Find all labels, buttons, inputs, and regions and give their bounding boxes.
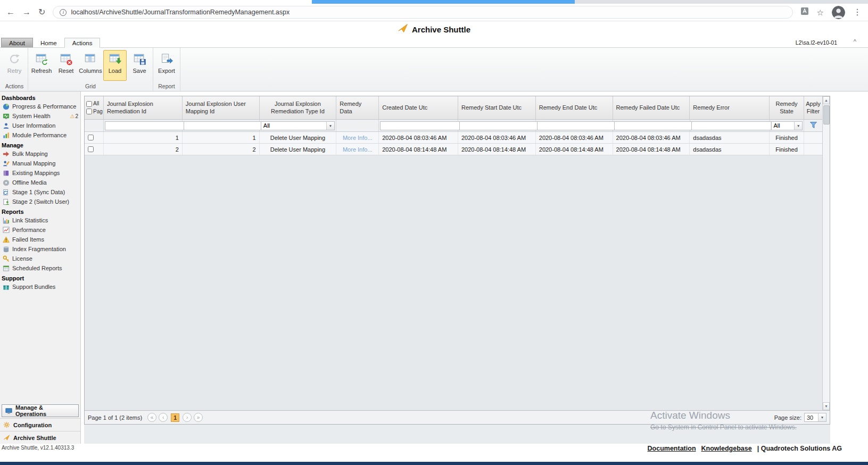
url-bar[interactable]: i localhost/ArchiveShuttle/JournalTransf…: [53, 6, 792, 19]
reload-icon[interactable]: ↻: [38, 8, 45, 16]
nav-button-manage-operations[interactable]: Manage & Operations: [2, 404, 79, 417]
more-info-link[interactable]: More Info...: [343, 135, 373, 141]
filter-state-combo[interactable]: All▼: [771, 121, 803, 130]
refresh-button[interactable]: Refresh: [30, 50, 53, 81]
page-size-combo[interactable]: 30▼: [804, 413, 826, 422]
back-icon[interactable]: ←: [6, 8, 15, 16]
sidebar-item-offline-media[interactable]: Offline Media: [0, 178, 80, 187]
col-header-remediation-id[interactable]: Journal Explosion Remediation Id: [104, 96, 183, 119]
scroll-down-icon[interactable]: ▼: [823, 402, 830, 410]
nav-button-archive-shuttle[interactable]: Archive Shuttle: [0, 431, 80, 444]
dropdown-arrow-icon[interactable]: ▼: [326, 122, 334, 130]
dropdown-arrow-icon[interactable]: ▼: [794, 122, 802, 130]
documentation-link[interactable]: Documentation: [648, 445, 696, 452]
bottom-strip: [0, 462, 868, 465]
pager-first-icon[interactable]: «: [147, 413, 156, 422]
col-header-start-date[interactable]: Remedy Start Date Utc: [458, 96, 536, 119]
col-header-remedy-data[interactable]: Remedy Data: [336, 96, 379, 119]
sidebar-item-manual-mapping[interactable]: Manual Mapping: [0, 159, 80, 168]
pager-last-icon[interactable]: »: [194, 413, 203, 422]
col-header-end-date[interactable]: Remedy End Date Utc: [536, 96, 613, 119]
pager-current-page[interactable]: 1: [171, 413, 179, 422]
retry-icon: [7, 52, 21, 66]
col-header-apply-filter: Apply Filter: [804, 96, 822, 119]
tab-about[interactable]: About: [1, 38, 33, 47]
tab-home[interactable]: Home: [33, 38, 64, 47]
sidebar-item-scheduled-reports[interactable]: Scheduled Reports: [0, 263, 80, 273]
translate-icon[interactable]: [800, 7, 809, 18]
apply-filter-funnel-icon[interactable]: [810, 121, 817, 130]
reset-icon: [59, 52, 73, 66]
more-info-link[interactable]: More Info...: [343, 146, 373, 153]
sidebar-item-label: Index Fragmentation: [12, 246, 66, 252]
filter-remediation-id-input[interactable]: [105, 122, 184, 130]
person-pencil-icon: [3, 160, 10, 167]
sidebar-item-module-performance[interactable]: Module Performance: [0, 130, 80, 140]
select-page-checkbox[interactable]: [86, 109, 92, 114]
row-checkbox[interactable]: [88, 146, 94, 152]
sidebar-item-link-statistics[interactable]: Link Statistics: [0, 215, 80, 225]
sidebar-item-label: Support Bundles: [12, 284, 55, 290]
avatar[interactable]: [832, 6, 845, 19]
filter-failed-date-input[interactable]: [615, 122, 693, 130]
filter-end-date-input[interactable]: [538, 122, 616, 130]
dropdown-arrow-icon[interactable]: ▼: [818, 413, 826, 421]
pager-next-icon[interactable]: ›: [183, 413, 192, 422]
sidebar-item-license[interactable]: License: [0, 254, 80, 263]
filter-user-mapping-id-input[interactable]: [184, 122, 263, 130]
pager-prev-icon[interactable]: ‹: [159, 413, 168, 422]
sidebar-item-system-health[interactable]: System Health ⚠2: [0, 111, 80, 121]
save-icon: [133, 52, 146, 66]
ribbon-tab-bar: About Home Actions L2\sa.l2-ev10-01 ^: [0, 37, 868, 48]
bar-chart-icon: [3, 132, 10, 139]
scrollbar-thumb[interactable]: [823, 105, 830, 124]
col-header-remedy-state[interactable]: Remedy State: [770, 96, 804, 119]
row-checkbox[interactable]: [88, 135, 94, 140]
filter-start-date-input[interactable]: [460, 122, 539, 130]
reset-button[interactable]: Reset: [54, 50, 78, 81]
filter-created-date-input[interactable]: [381, 122, 459, 130]
retry-button[interactable]: Retry: [3, 50, 26, 81]
select-all-label: All: [93, 101, 99, 107]
cell-apply-filter: [804, 132, 822, 143]
col-header-failed-date[interactable]: Remedy Failed Date Utc: [613, 96, 690, 119]
table-row[interactable]: 1 1 Delete User Mapping More Info... 202…: [85, 132, 822, 144]
content-area: All Pag Journal Explosion Remediation Id…: [81, 92, 868, 444]
row-select-cell: [85, 132, 104, 143]
sidebar-item-user-information[interactable]: User Information: [0, 121, 80, 130]
col-header-user-mapping-id[interactable]: Journal Explosion User Mapping Id: [183, 96, 260, 119]
col-header-remediation-type-id[interactable]: Journal Explosion Remediation Type Id: [260, 96, 337, 119]
nav-button-configuration[interactable]: Configuration: [0, 418, 80, 431]
sidebar-item-existing-mappings[interactable]: Existing Mappings: [0, 168, 80, 178]
sidebar-item-stage-1[interactable]: Stage 1 (Sync Data): [0, 187, 80, 197]
filter-remedy-error-input[interactable]: [692, 122, 771, 130]
sidebar-item-progress-performance[interactable]: Progress & Performance: [0, 102, 80, 111]
sidebar-item-bulk-mapping[interactable]: Bulk Mapping: [0, 149, 80, 159]
save-button[interactable]: Save: [128, 50, 151, 81]
sidebar-item-stage-2[interactable]: Stage 2 (Switch User): [0, 197, 80, 206]
table-row[interactable]: 2 2 Delete User Mapping More Info... 202…: [85, 144, 822, 155]
columns-button[interactable]: Columns: [79, 50, 102, 81]
tab-actions[interactable]: Actions: [64, 38, 101, 48]
export-button[interactable]: Export: [155, 50, 178, 81]
ribbon-collapse-icon[interactable]: ^: [854, 38, 856, 45]
load-button[interactable]: Load: [103, 50, 127, 81]
scroll-up-icon[interactable]: ▲: [823, 96, 830, 104]
sidebar-item-label: Bulk Mapping: [12, 151, 48, 157]
col-header-created-date[interactable]: Created Date Utc: [379, 96, 458, 119]
sidebar-item-index-fragmentation[interactable]: Index Fragmentation: [0, 244, 80, 254]
browser-tab-strip-blue: [312, 0, 575, 4]
page-info-icon[interactable]: i: [60, 9, 67, 16]
browser-menu-icon[interactable]: ⋮: [853, 8, 862, 16]
forward-icon[interactable]: →: [22, 8, 31, 16]
vertical-scrollbar[interactable]: ▲ ▼: [822, 96, 830, 410]
cell-remedy-data: More Info...: [336, 144, 379, 155]
bookmark-star-icon[interactable]: ☆: [817, 9, 824, 16]
col-header-remedy-error[interactable]: Remedy Error: [690, 96, 770, 119]
sidebar-item-failed-items[interactable]: Failed Items: [0, 235, 80, 244]
sidebar-item-performance[interactable]: Performance: [0, 225, 80, 235]
knowledgebase-link[interactable]: Knowledgebase: [701, 445, 752, 452]
filter-type-combo[interactable]: All▼: [261, 121, 335, 130]
select-all-checkbox[interactable]: [86, 101, 92, 107]
sidebar-item-support-bundles[interactable]: Support Bundles: [0, 282, 80, 292]
